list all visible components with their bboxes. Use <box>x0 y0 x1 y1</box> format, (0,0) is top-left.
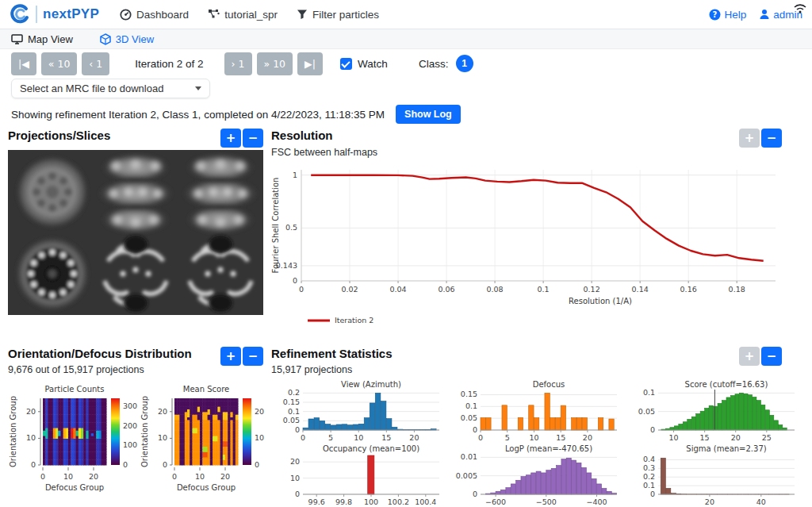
nav-project[interactable]: tutorial_spr <box>208 9 278 21</box>
svg-text:0: 0 <box>650 490 655 498</box>
status-text: Showing refinement Iteration 2, Class 1,… <box>11 109 385 121</box>
mrc-select-value: Select an MRC file to download <box>20 83 163 94</box>
svg-text:Iteration 2: Iteration 2 <box>335 316 373 325</box>
resolution-zoom-out-button[interactable]: − <box>761 129 782 148</box>
caret-down-icon <box>195 86 201 90</box>
watch-label: Watch <box>358 58 388 70</box>
nextpyp-logo-icon <box>10 4 30 25</box>
resolution-zoom-in-button[interactable]: + <box>739 129 760 148</box>
svg-text:0.15: 0.15 <box>461 390 477 398</box>
forward-10-button[interactable]: » 10 <box>257 52 293 75</box>
svg-text:40: 40 <box>756 497 766 506</box>
sigma-histogram: 00.10.20.30.42040Sigma (mean=2.37) <box>626 445 801 507</box>
svg-text:20: 20 <box>705 497 714 506</box>
statistics-zoom-out-button[interactable]: − <box>761 347 782 366</box>
svg-text:0.2: 0.2 <box>643 472 655 481</box>
first-iteration-button[interactable]: |◀ <box>11 52 36 75</box>
top-navbar: nextPYP Dashboard tutorial_spr <box>0 0 812 29</box>
nav-dashboard-label: Dashboard <box>136 9 189 21</box>
svg-text:Sigma (mean=2.37): Sigma (mean=2.37) <box>686 445 766 453</box>
tab-3d-view[interactable]: 3D View <box>100 33 154 45</box>
cube-3d-icon <box>100 33 111 45</box>
svg-text:LogP (mean=-470.65): LogP (mean=-470.65) <box>505 445 592 453</box>
app-root: nextPYP Dashboard tutorial_spr <box>0 0 812 507</box>
project-graph-icon <box>208 9 220 20</box>
distribution-zoom-in-button[interactable]: + <box>220 347 241 366</box>
svg-text:Occupancy (mean=100): Occupancy (mean=100) <box>323 445 419 453</box>
svg-text:Mean Score: Mean Score <box>183 385 229 394</box>
distribution-zoom-out-button[interactable]: − <box>243 347 263 366</box>
distribution-panel-header: Orientation/Defocus Distribution + − <box>8 347 263 366</box>
svg-text:−500: −500 <box>536 497 557 506</box>
forward-1-button[interactable]: › 1 <box>224 52 252 75</box>
svg-text:0: 0 <box>123 460 128 469</box>
svg-text:Defocus: Defocus <box>533 381 565 389</box>
svg-text:0: 0 <box>163 460 167 469</box>
svg-text:0.3: 0.3 <box>643 463 655 472</box>
svg-text:300: 300 <box>123 401 137 410</box>
dashboard-icon <box>120 9 132 21</box>
help-label: Help <box>724 9 746 21</box>
svg-text:0.12: 0.12 <box>584 285 600 294</box>
projections-panel-header: Projections/Slices + − <box>8 129 263 148</box>
show-log-button[interactable]: Show Log <box>396 105 461 124</box>
svg-text:10: 10 <box>354 433 363 442</box>
statistics-zoom-in-button[interactable]: + <box>739 347 760 366</box>
statistics-panel-header: Refinement Statistics + − <box>271 347 782 366</box>
view-tabbar: Map View 3D View <box>0 29 812 49</box>
back-1-button[interactable]: ‹ 1 <box>82 52 109 75</box>
nav-filter-particles[interactable]: Filter particles <box>297 9 379 21</box>
defocus-histogram: 00.050.10.1505101520Defocus <box>449 381 623 444</box>
tab-3d-view-label: 3D View <box>116 33 154 45</box>
svg-text:Defocus Group: Defocus Group <box>45 483 104 492</box>
class-selector: Class: 1 <box>419 55 473 72</box>
svg-text:20: 20 <box>89 472 98 481</box>
projections-zoom-in-button[interactable]: + <box>220 129 241 148</box>
statistics-subtitle: 15,917 projections <box>271 364 352 375</box>
iteration-label: Iteration 2 of 2 <box>135 58 203 70</box>
brand[interactable]: nextPYP <box>10 4 99 25</box>
connection-status-icon <box>793 2 807 13</box>
svg-text:10: 10 <box>63 472 73 481</box>
help-link[interactable]: ? Help <box>709 9 746 21</box>
nav-dashboard[interactable]: Dashboard <box>120 9 189 21</box>
projection-montage[interactable] <box>8 150 263 315</box>
tab-map-view[interactable]: Map View <box>11 33 73 45</box>
nav-filter-label: Filter particles <box>312 9 379 21</box>
svg-text:0.01: 0.01 <box>461 452 477 461</box>
svg-text:0: 0 <box>473 490 477 498</box>
occupancy-histogram: 0102099.699.8100100.2100.4Occupancy (mea… <box>271 445 446 507</box>
statistics-title: Refinement Statistics <box>271 347 393 360</box>
svg-text:20: 20 <box>26 407 36 416</box>
svg-text:99.6: 99.6 <box>308 497 325 506</box>
watch-checkbox[interactable] <box>340 58 352 70</box>
svg-text:10: 10 <box>668 433 678 442</box>
svg-text:−400: −400 <box>586 497 607 506</box>
svg-text:0: 0 <box>473 425 477 434</box>
svg-text:100.4: 100.4 <box>415 497 436 506</box>
svg-text:0.08: 0.08 <box>487 285 504 294</box>
iteration-controls: |◀ « 10 ‹ 1 Iteration 2 of 2 › 1 » 10 ▶|… <box>11 52 388 75</box>
svg-text:−600: −600 <box>485 497 506 506</box>
last-iteration-button[interactable]: ▶| <box>297 52 323 75</box>
svg-text:0.14: 0.14 <box>632 285 649 294</box>
svg-text:0.16: 0.16 <box>680 285 697 294</box>
svg-text:0.4: 0.4 <box>643 455 655 463</box>
svg-text:0.5: 0.5 <box>285 223 297 232</box>
svg-text:0.1: 0.1 <box>538 285 550 294</box>
svg-text:0.04: 0.04 <box>389 285 406 294</box>
back-10-button[interactable]: « 10 <box>41 52 78 75</box>
brand-name: nextPYP <box>43 6 99 22</box>
tab-map-view-label: Map View <box>28 33 73 45</box>
projections-zoom-out-button[interactable]: − <box>243 129 263 148</box>
mean-score-heatmap: 0102001020Defocus GroupOrientation Group… <box>140 376 270 507</box>
svg-text:10: 10 <box>529 433 538 442</box>
mrc-file-select[interactable]: Select an MRC file to download <box>11 79 210 98</box>
svg-text:5: 5 <box>505 433 510 442</box>
svg-text:0.05: 0.05 <box>638 407 655 416</box>
svg-text:15: 15 <box>556 433 565 442</box>
navbar-right: ? Help admin <box>709 9 802 21</box>
svg-text:0.1: 0.1 <box>643 481 655 490</box>
class-1-badge[interactable]: 1 <box>456 55 473 72</box>
help-icon: ? <box>709 9 721 21</box>
